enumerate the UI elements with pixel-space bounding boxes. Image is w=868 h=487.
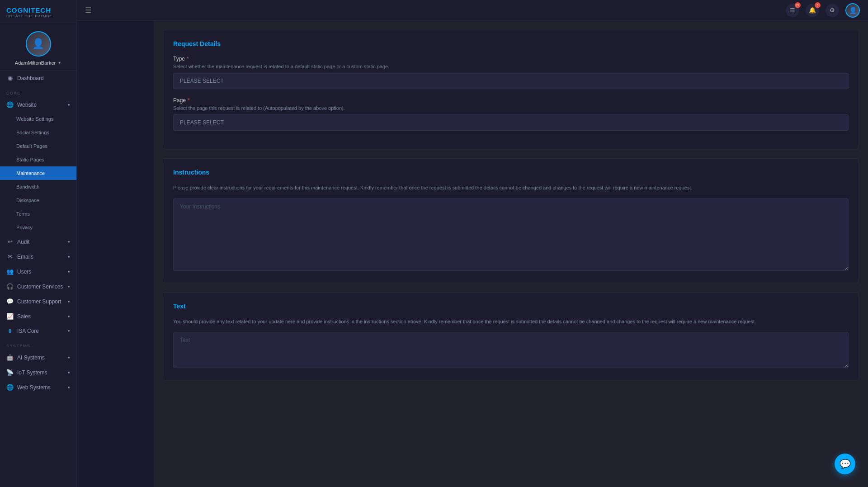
users-icon: 👥 bbox=[6, 268, 14, 275]
settings-icon-button[interactable]: ⚙ bbox=[826, 4, 839, 17]
privacy-label: Privacy bbox=[16, 225, 33, 230]
customer-services-icon: 🎧 bbox=[6, 283, 14, 290]
core-label: CORE bbox=[0, 85, 76, 97]
iot-systems-icon: 📡 bbox=[6, 369, 14, 376]
sidebar-item-iot-systems[interactable]: 📡 IoT Systems ▾ bbox=[0, 365, 76, 380]
static-pages-label: Static Pages bbox=[16, 157, 44, 162]
default-pages-label: Default Pages bbox=[16, 143, 47, 149]
type-select[interactable]: PLEASE SELECT bbox=[173, 73, 849, 89]
sidebar-item-maintenance[interactable]: Maintenance bbox=[0, 166, 76, 180]
instructions-desc: Please provide clear instructions for yo… bbox=[173, 184, 849, 192]
sidebar-item-audit[interactable]: ↩ Audit ▾ bbox=[0, 234, 76, 249]
sidebar: COGNITECH CREATE THE FUTURE 👤 AdamMilton… bbox=[0, 0, 77, 487]
users-label: Users bbox=[17, 269, 31, 275]
text-section-title: Text bbox=[173, 303, 849, 310]
sidebar-item-bandwidth[interactable]: Bandwidth bbox=[0, 180, 76, 194]
sidebar-website-label: Website bbox=[17, 102, 37, 108]
customer-support-label: Customer Support bbox=[17, 298, 61, 305]
users-chevron: ▾ bbox=[68, 270, 70, 274]
customer-support-icon: 💬 bbox=[6, 298, 14, 305]
sidebar-item-emails[interactable]: ✉ Emails ▾ bbox=[0, 249, 76, 264]
diskspace-label: Diskspace bbox=[16, 198, 39, 203]
instructions-textarea[interactable] bbox=[173, 199, 849, 271]
ai-systems-label: AI Systems bbox=[17, 355, 45, 361]
website-icon: 🌐 bbox=[6, 101, 14, 108]
emails-icon: ✉ bbox=[6, 253, 14, 260]
sidebar-item-privacy[interactable]: Privacy bbox=[0, 221, 76, 234]
customer-services-label: Customer Services bbox=[17, 284, 63, 290]
emails-label: Emails bbox=[17, 254, 33, 260]
notifications-badge: 6 bbox=[815, 2, 821, 8]
type-label: Type * bbox=[173, 56, 849, 62]
sidebar-item-dashboard[interactable]: ◉ Dashboard bbox=[0, 71, 76, 85]
sidebar-item-static-pages[interactable]: Static Pages bbox=[0, 153, 76, 166]
sidebar-item-default-pages[interactable]: Default Pages bbox=[0, 139, 76, 153]
type-desc: Select whether the maintenance request i… bbox=[173, 64, 849, 69]
audit-icon: ↩ bbox=[6, 238, 14, 245]
maintenance-label: Maintenance bbox=[16, 170, 45, 176]
instructions-title: Instructions bbox=[173, 169, 849, 176]
iot-systems-label: IoT Systems bbox=[17, 369, 47, 376]
web-systems-icon: 🌐 bbox=[6, 384, 14, 391]
sidebar-item-diskspace[interactable]: Diskspace bbox=[0, 194, 76, 207]
main-content: Request Details Type * Select whether th… bbox=[154, 21, 868, 487]
tasks-badge: 27 bbox=[795, 2, 801, 8]
isa-core-chevron: ▾ bbox=[68, 329, 70, 333]
sidebar-item-isa-core[interactable]: 0 ISA Core ▾ bbox=[0, 324, 76, 338]
header-right: ☰ 27 🔔 6 ⚙ 👤 bbox=[786, 3, 860, 18]
notifications-icon-button[interactable]: 🔔 6 bbox=[806, 4, 819, 17]
website-settings-label: Website Settings bbox=[16, 116, 53, 122]
web-systems-label: Web Systems bbox=[17, 384, 51, 391]
type-required-indicator: * bbox=[187, 56, 189, 62]
website-chevron: ▾ bbox=[68, 103, 70, 107]
customer-services-chevron: ▾ bbox=[68, 284, 70, 289]
header-avatar[interactable]: 👤 bbox=[845, 3, 860, 18]
logo-main: COGNITECH bbox=[6, 6, 70, 14]
sidebar-item-customer-support[interactable]: 💬 Customer Support ▾ bbox=[0, 294, 76, 309]
sidebar-item-social-settings[interactable]: Social Settings bbox=[0, 126, 76, 139]
page-field-group: Page * Select the page this request is r… bbox=[173, 97, 849, 131]
tasks-icon-button[interactable]: ☰ 27 bbox=[786, 4, 799, 17]
customer-support-chevron: ▾ bbox=[68, 299, 70, 304]
type-field-group: Type * Select whether the maintenance re… bbox=[173, 56, 849, 89]
sales-icon: 📈 bbox=[6, 313, 14, 320]
ai-systems-icon: 🤖 bbox=[6, 354, 14, 361]
terms-label: Terms bbox=[16, 211, 30, 217]
social-settings-label: Social Settings bbox=[16, 130, 49, 135]
hamburger-button[interactable]: ☰ bbox=[85, 6, 91, 14]
ai-systems-chevron: ▾ bbox=[68, 355, 70, 360]
sidebar-item-website-settings[interactable]: Website Settings bbox=[0, 112, 76, 126]
sidebar-dashboard-label: Dashboard bbox=[17, 75, 44, 81]
avatar: 👤 bbox=[26, 31, 51, 57]
logo-sub: CREATE THE FUTURE bbox=[6, 14, 70, 18]
sidebar-item-web-systems[interactable]: 🌐 Web Systems ▾ bbox=[0, 380, 76, 395]
isa-core-icon: 0 bbox=[6, 328, 14, 334]
username-label: AdamMiltonBarker ▼ bbox=[15, 60, 61, 66]
sidebar-item-users[interactable]: 👥 Users ▾ bbox=[0, 264, 76, 279]
bandwidth-label: Bandwidth bbox=[16, 184, 39, 189]
sidebar-item-ai-systems[interactable]: 🤖 AI Systems ▾ bbox=[0, 350, 76, 365]
page-select[interactable]: PLEASE SELECT bbox=[173, 114, 849, 131]
sidebar-item-sales[interactable]: 📈 Sales ▾ bbox=[0, 309, 76, 324]
text-card: Text You should provide any text related… bbox=[163, 292, 859, 381]
page-required-indicator: * bbox=[188, 97, 190, 104]
web-systems-chevron: ▾ bbox=[68, 385, 70, 390]
instructions-card: Instructions Please provide clear instru… bbox=[163, 158, 859, 283]
sales-label: Sales bbox=[17, 313, 31, 320]
page-desc: Select the page this request is related … bbox=[173, 105, 849, 111]
header: ☰ ☰ 27 🔔 6 ⚙ 👤 bbox=[77, 0, 868, 21]
page-label: Page * bbox=[173, 97, 849, 104]
sidebar-item-customer-services[interactable]: 🎧 Customer Services ▾ bbox=[0, 279, 76, 294]
chat-fab[interactable]: 💬 bbox=[835, 454, 855, 474]
chat-fab-icon: 💬 bbox=[840, 459, 851, 469]
audit-chevron: ▾ bbox=[68, 240, 70, 244]
request-details-title: Request Details bbox=[173, 40, 849, 47]
sidebar-item-website[interactable]: 🌐 Website ▾ bbox=[0, 97, 76, 112]
sales-chevron: ▾ bbox=[68, 314, 70, 319]
iot-systems-chevron: ▾ bbox=[68, 370, 70, 375]
user-profile[interactable]: 👤 AdamMiltonBarker ▼ bbox=[0, 23, 76, 71]
username-chevron: ▼ bbox=[57, 61, 61, 65]
sidebar-item-terms[interactable]: Terms bbox=[0, 207, 76, 221]
text-textarea[interactable] bbox=[173, 332, 849, 368]
text-section-desc: You should provide any text related to y… bbox=[173, 318, 849, 326]
